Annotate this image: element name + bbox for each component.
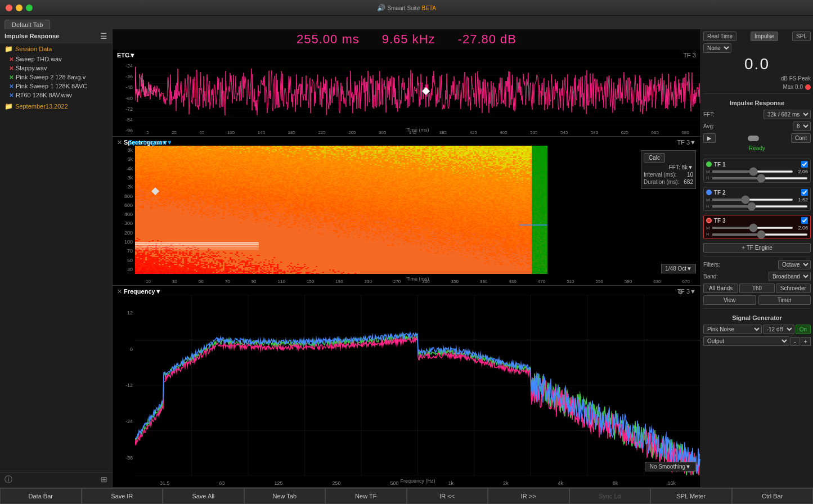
new-tab-btn[interactable]: New Tab (244, 488, 326, 504)
tf2-m-slider[interactable] (712, 199, 793, 201)
all-bands-btn[interactable]: All Bands (703, 284, 738, 293)
tf3-slider-r: R (706, 232, 808, 237)
sidebar-item-sweep-thd[interactable]: ✕ Sweep THD.wav (0, 55, 112, 64)
tf1-r-slider[interactable] (712, 177, 808, 179)
calc-btn[interactable]: Calc (644, 153, 665, 163)
spectro-interval-val: 10 (687, 172, 693, 178)
max-row: Max 0.0 (703, 84, 811, 90)
impulse-btn[interactable]: Impulse (751, 32, 778, 41)
data-bar-btn[interactable]: Data Bar (0, 488, 82, 504)
frequency-chart[interactable] (135, 295, 700, 476)
schroeder-btn[interactable]: Schroeder (776, 284, 811, 293)
fft-select[interactable]: 32k / 682 ms (763, 110, 811, 119)
tf3-m-slider[interactable] (712, 227, 793, 229)
maximize-icon[interactable] (26, 4, 33, 11)
ir-forward-btn[interactable]: IR >> (488, 488, 569, 504)
metric-time: 255.00 ms (297, 32, 360, 47)
spectro-tf-label[interactable]: TF 3▼ (677, 139, 697, 146)
cont-btn[interactable]: Cont (791, 133, 811, 143)
spl-btn[interactable]: SPL (792, 32, 811, 41)
freq-label[interactable]: Frequency▼ (124, 288, 161, 295)
sidebar-item-rt60[interactable]: ✕ RT60 128K 8AV.wav (0, 91, 112, 100)
sidebar-item-label: Slappy.wav (16, 65, 47, 71)
sidebar-menu-icon[interactable]: ☰ (100, 32, 107, 40)
spectro-interval-label: Interval (ms): (644, 172, 676, 178)
tf3-card: TF 3 M 2.06 R (703, 215, 811, 239)
new-tf-btn[interactable]: New TF (325, 488, 407, 504)
sidebar-item-pink1[interactable]: ✕ Pink Sweep 1 128K 8AVC (0, 82, 112, 91)
spectro-fft-label[interactable]: FFT: 8k▼ (669, 164, 693, 170)
minimize-icon[interactable] (16, 4, 23, 11)
sidebar-item-label: Sweep THD.wav (16, 56, 62, 62)
tf2-r-slider[interactable] (712, 205, 808, 208)
tf1-checkbox[interactable] (801, 161, 808, 168)
tf2-name: TF 2 (714, 190, 799, 196)
etc-label[interactable]: ETC▼ (117, 52, 136, 58)
avg-select[interactable]: 8 (793, 122, 811, 131)
sidebar-title: Impulse Response (5, 33, 59, 39)
spectrogram-panel: ✕ Spectrogram▼ TF 3▼ 8k6k4k3k2k800600400… (113, 137, 700, 286)
noise-type-select[interactable]: Pink Noise (703, 325, 762, 334)
plus-btn[interactable]: + (801, 337, 811, 346)
right-panel: Real Time Impulse SPL None 0.0 dB FS Pea… (700, 29, 813, 487)
spl-meter-btn[interactable]: SPL Meter (650, 488, 732, 504)
freq-settings-btn[interactable]: ⚙ (677, 288, 684, 296)
view-btn[interactable]: View (703, 295, 756, 305)
timer-btn[interactable]: Timer (758, 295, 811, 305)
db-unit-label: dB FS Peak (781, 75, 811, 82)
filters-select[interactable]: Octave (778, 260, 811, 269)
on-btn[interactable]: On (796, 325, 811, 334)
band-select[interactable]: Broadband (769, 272, 811, 281)
freq-label-text: Frequency▼ (124, 288, 161, 295)
tf3-checkbox[interactable] (801, 217, 808, 224)
play-btn[interactable]: ▶ (703, 133, 716, 143)
spectro-close-btn[interactable]: ✕ (117, 139, 122, 146)
close-icon: ✕ (9, 74, 14, 80)
frequency-panel: ✕ Frequency▼ TF 3▼ ⚙ 120-12-24-36 No Smo… (113, 286, 700, 487)
close-icon[interactable] (6, 4, 12, 11)
sidebar-header: Impulse Response ☰ (0, 29, 112, 43)
sidebar-item-pink2[interactable]: ✕ Pink Sweep 2 128 8avg.v (0, 73, 112, 82)
no-smoothing-btn[interactable]: No Smoothing▼ (645, 462, 696, 471)
freq-close-btn[interactable]: ✕ (117, 288, 122, 295)
none-dropdown[interactable]: None (703, 43, 731, 53)
session-folder-label: Session Data (15, 46, 52, 52)
ir-back-btn[interactable]: IR << (407, 488, 488, 504)
divider-4 (703, 308, 811, 309)
folder-icon: 📁 (5, 45, 13, 53)
view-timer-row: View Timer (703, 295, 811, 305)
tab-default[interactable]: Default Tab (5, 20, 50, 29)
session-folder[interactable]: 📁 Session Data (0, 43, 112, 55)
realtime-btn[interactable]: Real Time (703, 32, 736, 41)
save-all-btn[interactable]: Save All (163, 488, 244, 504)
app-title: 🔊 Smaart Suite BETA (377, 4, 436, 12)
metrics-bar: 255.00 ms 9.65 kHz -27.80 dB (113, 29, 700, 50)
info-icon[interactable]: ⓘ (5, 475, 12, 485)
output-select[interactable]: Output (703, 336, 789, 346)
spectrogram-chart[interactable] (135, 146, 700, 274)
center-panels: 255.00 ms 9.65 kHz -27.80 dB ETC▼ TF 3 -… (113, 29, 700, 487)
sig-gen-title: Signal Generator (703, 314, 811, 321)
etc-chart[interactable] (135, 58, 700, 125)
spectro-controls: Calc FFT: 8k▼ Interval (ms): 10 Duration… (641, 150, 696, 189)
tf3-name: TF 3 (714, 218, 799, 224)
db-select[interactable]: -12 dB (763, 325, 794, 334)
close-icon: ✕ (9, 65, 14, 71)
sidebar-item-slappy[interactable]: ✕ Slappy.wav (0, 64, 112, 73)
tf1-m-slider[interactable] (712, 170, 793, 173)
metric-freq: 9.65 kHz (382, 32, 435, 47)
tf2-checkbox[interactable] (801, 189, 808, 196)
tf1-slider-r: R (706, 176, 808, 181)
sync-ld-btn[interactable]: Sync Ld (569, 488, 651, 504)
tf3-r-slider[interactable] (712, 233, 808, 236)
ctrl-bar-btn[interactable]: Ctrl Bar (732, 488, 814, 504)
minus-btn[interactable]: - (790, 337, 799, 346)
titlebar: 🔊 Smaart Suite BETA (0, 0, 813, 16)
add-icon[interactable]: ⊞ (101, 475, 107, 485)
ir-section-title: Impulse Response (703, 100, 811, 106)
add-tf-btn[interactable]: + TF Engine (703, 243, 811, 253)
save-ir-btn[interactable]: Save IR (82, 488, 163, 504)
session-folder-2[interactable]: 📁 September13.2022 (0, 101, 112, 112)
spectro-oct-btn[interactable]: 1/48 Oct▼ (661, 265, 696, 272)
t60-btn[interactable]: T60 (739, 284, 774, 293)
